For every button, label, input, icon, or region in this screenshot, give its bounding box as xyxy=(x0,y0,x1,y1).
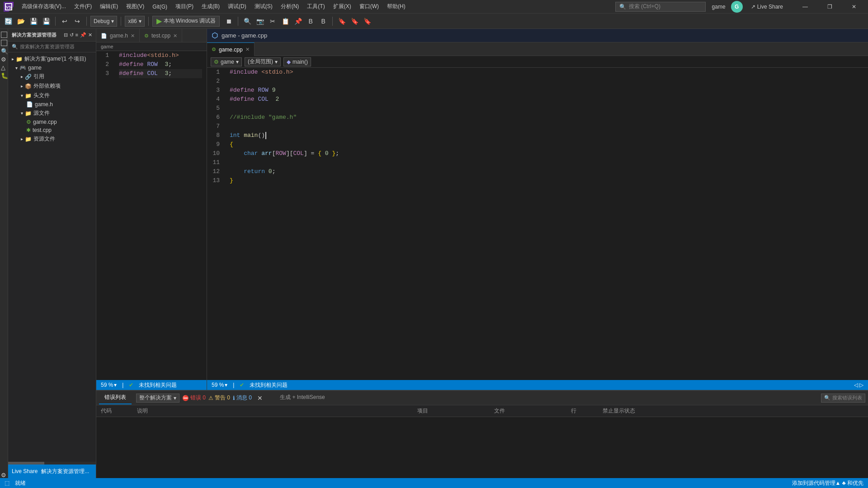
symbol-dropdown[interactable]: ◆ main() xyxy=(283,57,311,66)
menu-test[interactable]: 测试(S) xyxy=(251,2,276,11)
minimize-button[interactable]: — xyxy=(795,0,816,14)
toolbar-new[interactable]: 🔄 xyxy=(3,16,14,27)
toolbar-bookmark2[interactable]: 🔖 xyxy=(349,16,360,27)
sidebar-icon-close[interactable]: ✕ xyxy=(88,32,92,38)
right-code-area[interactable]: 1 2 3 4 5 6 7 8 9 10 11 12 13 xyxy=(207,68,868,380)
menu-git[interactable]: Git(G) xyxy=(149,3,171,11)
filter-dropdown[interactable]: 整个解决方案 ▾ xyxy=(136,394,179,403)
sidebar-item-external[interactable]: ▸ 📦 外部依赖项 xyxy=(8,81,96,91)
menu-view[interactable]: 视图(V) xyxy=(123,2,148,11)
live-share-button-top[interactable]: ↗ Live Share xyxy=(747,3,787,11)
sidebar-icon-filter[interactable]: ≡ xyxy=(75,32,78,38)
scope-dropdown[interactable]: ⚙ game ▾ xyxy=(211,57,242,66)
gamecpp-tab-close[interactable]: ✕ xyxy=(245,47,250,52)
sidebar-item-gameh[interactable]: 📄 game.h xyxy=(8,100,96,108)
sources-icon: 📁 xyxy=(25,110,32,117)
debug-config-dropdown[interactable]: Debug ▾ xyxy=(90,16,117,27)
sidebar-item-testcpp[interactable]: ✱ test.cpp xyxy=(8,126,96,134)
right-line-numbers: 1 2 3 4 5 6 7 8 9 10 11 12 13 xyxy=(207,68,225,185)
toolbar-save[interactable]: 💾 xyxy=(28,16,39,27)
sidebar-item-headers[interactable]: ▾ 📁 头文件 xyxy=(8,91,96,100)
scrollbar-area[interactable]: ◁ ▷ xyxy=(854,382,863,388)
window-title: game xyxy=(712,4,726,10)
menu-save[interactable]: 高级保存选项(V)... xyxy=(18,2,70,11)
tab-gameh[interactable]: 📄 game.h ✕ xyxy=(96,29,140,42)
error-search[interactable]: 🔍 搜索错误列表 xyxy=(821,394,865,403)
user-avatar[interactable]: G xyxy=(731,1,743,13)
testcpp-tab-close[interactable]: ✕ xyxy=(173,33,177,39)
close-button[interactable]: ✕ xyxy=(844,0,864,14)
activity-icon-5[interactable]: △ xyxy=(1,64,7,70)
error-badge[interactable]: ⛔ 错误 0 xyxy=(182,394,206,402)
sidebar-item-solution[interactable]: ▸ 📁 解决方案'game'(1 个项目) xyxy=(8,54,96,64)
toolbar-copy[interactable]: 📋 xyxy=(280,16,291,27)
left-line-1: #include<stdio.h> xyxy=(119,51,202,60)
sidebar-item-game[interactable]: ▾ 🎮 game xyxy=(8,64,96,72)
toolbar-stop[interactable]: ⏹ xyxy=(223,16,234,27)
sidebar-icon-collapse[interactable]: ⊟ xyxy=(64,32,68,38)
scope-arrow: ▾ xyxy=(236,59,239,65)
menu-debug[interactable]: 调试(D) xyxy=(224,2,250,11)
clear-filter-btn[interactable]: ✕ xyxy=(255,393,265,404)
toolbar-redo[interactable]: ↪ xyxy=(72,16,83,27)
menu-file[interactable]: 文件(F) xyxy=(71,2,95,11)
activity-icon-4[interactable]: ⚙ xyxy=(1,56,7,62)
toolbar-undo[interactable]: ↩ xyxy=(59,16,70,27)
toolbar-b1[interactable]: B xyxy=(305,16,316,27)
sidebar-icon-refresh[interactable]: ↺ xyxy=(70,32,74,38)
maximize-button[interactable]: ❐ xyxy=(819,0,840,14)
activity-icon-2[interactable] xyxy=(1,40,7,46)
build-tab[interactable]: 生成 + IntelliSense xyxy=(274,392,330,404)
menu-analyze[interactable]: 分析(N) xyxy=(277,2,303,11)
error-tab-list[interactable]: 错误列表 xyxy=(99,392,132,404)
activity-icon-3[interactable]: 🔍 xyxy=(1,48,7,54)
toolbar-save-all[interactable]: 💾 xyxy=(41,16,52,27)
left-line-2: #define ROW 3; xyxy=(119,60,202,69)
left-breadcrumb: game xyxy=(96,42,207,51)
toolbar-bookmark[interactable]: 🔖 xyxy=(336,16,347,27)
menu-project[interactable]: 项目(P) xyxy=(172,2,197,11)
run-button[interactable]: ▶ 本地 Windows 调试器 xyxy=(152,16,220,27)
filter-label: 整个解决方案 xyxy=(139,394,172,402)
right-line-10: char arr[ROW][COL] = { 0 }; xyxy=(230,149,863,158)
activity-icon-1[interactable] xyxy=(1,32,7,38)
menu-extensions[interactable]: 扩展(X) xyxy=(330,2,355,11)
tab-testcpp[interactable]: ⚙ test.cpp ✕ xyxy=(140,29,182,42)
menu-edit[interactable]: 编辑(E) xyxy=(96,2,122,11)
sidebar-icon-pin[interactable]: 📌 xyxy=(80,32,86,38)
right-zoom-dropdown[interactable]: 59 % ▾ xyxy=(212,382,227,388)
solution-mgr-bottom[interactable]: 解决方案资源管理... xyxy=(41,468,89,475)
menu-window[interactable]: 窗口(W) xyxy=(356,2,382,11)
toolbar-search-file[interactable]: 🔍 xyxy=(242,16,253,27)
sidebar-item-gamecpp[interactable]: ⚙ game.cpp xyxy=(8,118,96,126)
left-code-area[interactable]: 1 2 3 #include<stdio.h> #define ROW 3; #… xyxy=(96,51,207,380)
live-share-bottom[interactable]: Live Share xyxy=(12,468,38,474)
activity-icon-6[interactable]: 🐛 xyxy=(1,72,7,79)
info-badge[interactable]: ℹ 消息 0 xyxy=(233,394,252,402)
sidebar-item-sources[interactable]: ▾ 📁 源文件 xyxy=(8,108,96,118)
menu-build[interactable]: 生成(B) xyxy=(198,2,223,11)
sidebar-item-resources[interactable]: ▸ 📁 资源文件 xyxy=(8,134,96,144)
toolbar-cut[interactable]: ✂ xyxy=(267,16,278,27)
live-share-icon: ↗ xyxy=(751,4,755,10)
sidebar-tree: ▸ 📁 解决方案'game'(1 个项目) ▾ 🎮 game ▸ 🔗 引用 ▸ … xyxy=(8,52,96,462)
toolbar-camera[interactable]: 📷 xyxy=(255,16,265,27)
gameh-tab-close[interactable]: ✕ xyxy=(131,33,135,39)
toolbar-open[interactable]: 📂 xyxy=(15,16,26,27)
menu-tools[interactable]: 工具(T) xyxy=(303,2,328,11)
sidebar-item-references[interactable]: ▸ 🔗 引用 xyxy=(8,72,96,81)
left-zoom-dropdown[interactable]: 59 % ▾ xyxy=(101,382,117,388)
menu-help[interactable]: 帮助(H) xyxy=(383,2,409,11)
toolbar-paste[interactable]: 📌 xyxy=(292,16,303,27)
warning-badge[interactable]: ⚠ 警告 0 xyxy=(208,394,230,402)
line-num-3: 3 xyxy=(100,69,109,78)
tab-gamecpp[interactable]: ⚙ game.cpp ✕ xyxy=(207,42,255,56)
platform-dropdown[interactable]: x86 ▾ xyxy=(125,16,144,27)
context-dropdown[interactable]: (全局范围) ▾ xyxy=(245,57,281,66)
toolbar-b2[interactable]: B xyxy=(318,16,329,27)
gameh-tab-icon: 📄 xyxy=(101,33,107,39)
search-box[interactable]: 🔍 搜索 (Ctrl+Q) xyxy=(615,2,706,12)
sidebar-search-label[interactable]: 搜索解决方案资源管理器 xyxy=(20,43,75,50)
activity-icon-7[interactable]: ⚙ xyxy=(1,472,7,478)
toolbar-bookmark3[interactable]: 🔖 xyxy=(362,16,373,27)
